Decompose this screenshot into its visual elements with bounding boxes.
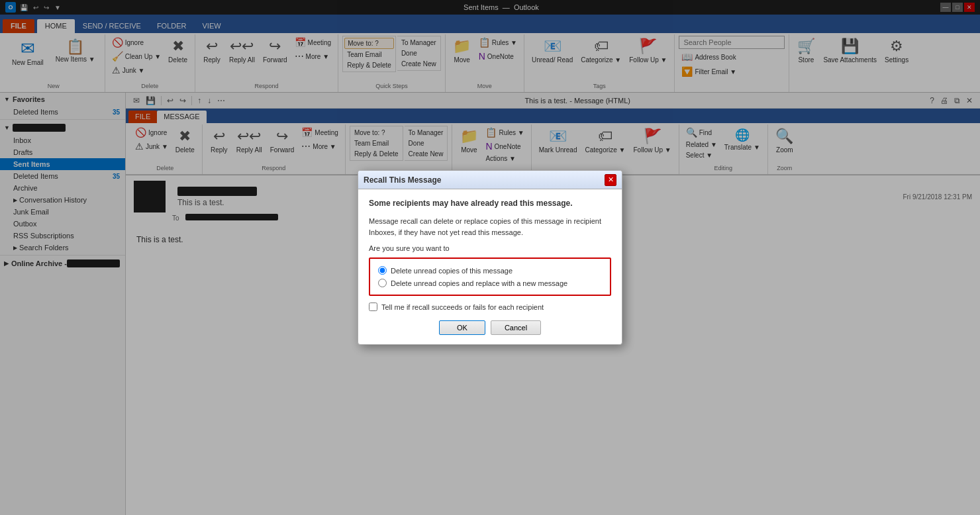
dialog-overlay: Recall This Message ✕ Some recipients ma… [0,0,980,515]
dialog-close-btn[interactable]: ✕ [605,174,616,186]
option2-label: Delete unread copies and replace with a … [391,279,567,287]
radio-option2[interactable] [378,279,387,287]
option1-label: Delete unread copies of this message [391,267,513,275]
dialog-description: Message recall can delete or replace cop… [369,216,611,238]
dialog-option1[interactable]: Delete unread copies of this message [378,264,602,277]
dialog-options: Delete unread copies of this message Del… [369,258,611,296]
dialog-titlebar: Recall This Message ✕ [358,171,622,189]
dialog-buttons: OK Cancel [369,320,611,335]
dialog-warning-text: Some recipients may have already read th… [369,199,611,208]
dialog-title: Recall This Message [364,175,605,185]
recall-dialog: Recall This Message ✕ Some recipients ma… [358,170,622,345]
checkbox-label: Tell me if recall succeeds or fails for … [381,303,544,311]
radio-option1[interactable] [378,266,387,275]
dialog-option2[interactable]: Delete unread copies and replace with a … [378,277,602,289]
recall-checkbox[interactable] [369,303,377,311]
dialog-body: Some recipients may have already read th… [358,189,622,344]
dialog-question: Are you sure you want to [369,244,611,252]
dialog-ok-btn[interactable]: OK [439,320,485,335]
dialog-checkbox-row[interactable]: Tell me if recall succeeds or fails for … [369,303,611,311]
dialog-cancel-btn[interactable]: Cancel [491,320,541,335]
